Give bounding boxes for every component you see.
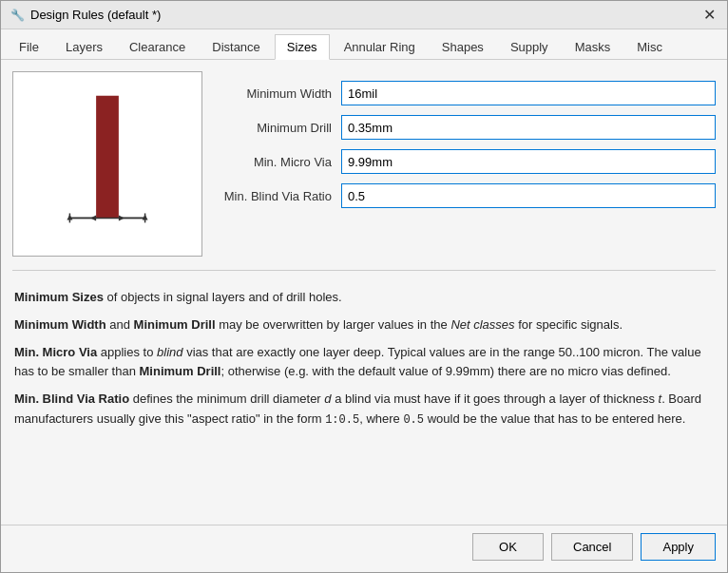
tab-masks[interactable]: Masks <box>563 34 623 60</box>
svg-rect-1 <box>96 96 119 219</box>
preview-box <box>12 71 202 257</box>
tab-bar: File Layers Clearance Distance Sizes Ann… <box>1 29 727 60</box>
tab-supply[interactable]: Supply <box>498 34 561 60</box>
content-area: Minimum Width Minimum Drill Min. Micro V… <box>1 60 727 525</box>
tab-distance[interactable]: Distance <box>200 34 273 60</box>
desc-para3: Min. Micro Via applies to blind vias tha… <box>14 343 714 383</box>
main-row: Minimum Width Minimum Drill Min. Micro V… <box>12 71 716 257</box>
input-blind-via-ratio[interactable] <box>341 183 716 208</box>
desc-para4: Min. Blind Via Ratio defines the minimum… <box>14 390 714 430</box>
tab-misc[interactable]: Misc <box>624 34 675 60</box>
form-row-min-width: Minimum Width <box>218 81 716 105</box>
label-min-width: Minimum Width <box>218 86 332 101</box>
button-bar: OK Cancel Apply <box>1 525 727 572</box>
tab-shapes[interactable]: Shapes <box>430 34 496 60</box>
input-min-width[interactable] <box>341 81 716 105</box>
label-min-micro-via: Min. Micro Via <box>218 155 332 169</box>
preview-svg <box>13 72 201 256</box>
title-bar-left: 🔧 Design Rules (default *) <box>10 8 161 22</box>
input-min-drill[interactable] <box>341 115 716 140</box>
title-bar: 🔧 Design Rules (default *) ✕ <box>1 1 727 29</box>
description-area: Minimum Sizes of objects in signal layer… <box>12 284 716 513</box>
divider <box>12 270 716 271</box>
tab-layers[interactable]: Layers <box>53 34 115 60</box>
window-title: Design Rules (default *) <box>30 8 161 22</box>
tab-file[interactable]: File <box>7 34 51 60</box>
design-rules-dialog: 🔧 Design Rules (default *) ✕ File Layers… <box>0 0 728 573</box>
desc-para1: Minimum Sizes of objects in signal layer… <box>14 288 714 308</box>
label-blind-via-ratio: Min. Blind Via Ratio <box>218 189 332 203</box>
ok-button[interactable]: OK <box>472 533 544 561</box>
close-button[interactable]: ✕ <box>701 8 718 23</box>
tab-clearance[interactable]: Clearance <box>117 34 198 60</box>
label-min-drill: Minimum Drill <box>218 121 332 135</box>
desc-para2: Minimum Width and Minimum Drill may be o… <box>14 315 714 335</box>
tab-sizes[interactable]: Sizes <box>275 34 330 60</box>
apply-button[interactable]: Apply <box>641 533 716 561</box>
form-row-min-drill: Minimum Drill <box>218 115 716 140</box>
app-icon: 🔧 <box>10 9 25 22</box>
form-row-blind-via-ratio: Min. Blind Via Ratio <box>218 183 716 208</box>
cancel-button[interactable]: Cancel <box>551 533 633 561</box>
form-row-min-micro-via: Min. Micro Via <box>218 149 716 174</box>
tab-annular-ring[interactable]: Annular Ring <box>332 34 428 60</box>
input-min-micro-via[interactable] <box>341 149 716 174</box>
form-area: Minimum Width Minimum Drill Min. Micro V… <box>218 71 716 257</box>
